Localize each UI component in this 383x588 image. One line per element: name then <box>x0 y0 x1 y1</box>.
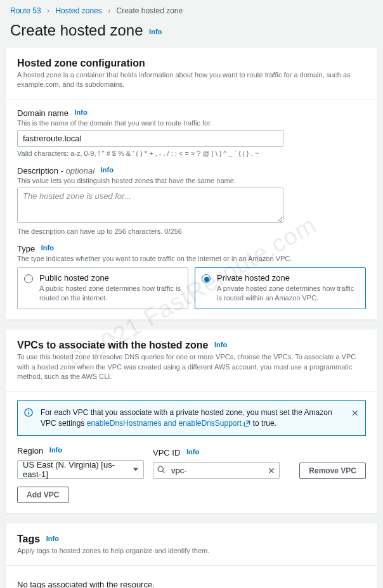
region-info-link[interactable]: Info <box>49 446 62 454</box>
breadcrumb: Route 53 › Hosted zones › Create hosted … <box>0 0 383 19</box>
description-hint: The description can have up to 256 chara… <box>17 227 366 235</box>
config-heading: Hosted zone configuration <box>17 58 366 69</box>
config-desc: A hosted zone is a container that holds … <box>17 70 366 90</box>
vpc-alert: For each VPC that you associate with a p… <box>17 400 366 437</box>
tags-empty: No tags associated with the resource. <box>17 580 366 588</box>
region-value: US East (N. Virginia) [us-east-1] <box>23 460 127 479</box>
search-icon <box>157 466 166 476</box>
radio-public-desc: A public hosted zone determines how traf… <box>39 284 181 303</box>
tags-desc: Apply tags to hosted zones to help organ… <box>17 546 366 556</box>
domain-input[interactable] <box>17 130 283 147</box>
external-link-icon <box>243 419 250 428</box>
domain-info-link[interactable]: Info <box>75 108 88 116</box>
chevron-right-icon: › <box>47 6 49 15</box>
panel-tags: Tags Info Apply tags to hosted zones to … <box>5 523 378 588</box>
page-info-link[interactable]: Info <box>149 28 162 35</box>
add-vpc-button[interactable]: Add VPC <box>17 487 68 503</box>
vpcs-info-link[interactable]: Info <box>214 341 227 348</box>
radio-icon <box>24 274 33 283</box>
tags-info-link[interactable]: Info <box>46 535 59 542</box>
radio-public[interactable]: Public hosted zone A public hosted zone … <box>17 267 188 310</box>
vpcid-label: VPC ID <box>153 448 180 457</box>
clear-icon[interactable]: ✕ <box>268 466 275 476</box>
panel-config: Hosted zone configuration A hosted zone … <box>5 47 378 320</box>
region-select[interactable]: US East (N. Virginia) [us-east-1] <box>17 460 144 479</box>
type-label: Type <box>17 244 35 253</box>
close-icon[interactable]: ✕ <box>351 407 359 419</box>
radio-private-desc: A private hosted zone determines how tra… <box>217 284 359 303</box>
description-label: Description - optional <box>17 166 94 176</box>
alert-link[interactable]: enableDnsHostnames and enableDnsSupport <box>87 419 251 428</box>
info-icon <box>24 408 33 420</box>
field-type: Type Info The type indicates whether you… <box>17 244 366 310</box>
radio-private-title: Private hosted zone <box>217 273 359 283</box>
page-title: Create hosted zone <box>10 22 143 39</box>
vpcs-heading: VPCs to associate with the hosted zone <box>17 340 208 350</box>
remove-vpc-button[interactable]: Remove VPC <box>299 463 366 479</box>
vpcid-info-link[interactable]: Info <box>186 448 199 456</box>
breadcrumb-current: Create hosted zone <box>116 6 183 15</box>
radio-icon <box>202 274 211 283</box>
domain-label: Domain name <box>17 108 68 118</box>
vpcid-input[interactable] <box>153 462 280 479</box>
field-region: Region Info US East (N. Virginia) [us-ea… <box>17 446 144 479</box>
breadcrumb-hosted-zones[interactable]: Hosted zones <box>55 6 101 15</box>
type-desc: The type indicates whether you want to r… <box>17 255 366 262</box>
field-description: Description - optional Info This value l… <box>17 166 366 235</box>
radio-public-title: Public hosted zone <box>39 273 181 283</box>
chevron-down-icon <box>133 468 138 471</box>
svg-point-3 <box>158 466 163 471</box>
tags-heading: Tags <box>17 534 40 544</box>
vpcs-desc: To use this hosted zone to resolve DNS q… <box>17 352 366 381</box>
region-label: Region <box>17 446 43 456</box>
svg-rect-2 <box>28 410 29 411</box>
svg-line-4 <box>163 471 165 473</box>
radio-private[interactable]: Private hosted zone A private hosted zon… <box>195 267 366 310</box>
type-info-link[interactable]: Info <box>41 244 54 252</box>
alert-text: For each VPC that you associate with a p… <box>41 408 332 428</box>
domain-hint: Valid characters: a-z, 0-9, ! " # $ % & … <box>17 150 366 157</box>
field-domain: Domain name Info This is the name of the… <box>17 108 366 157</box>
description-info-link[interactable]: Info <box>101 166 114 174</box>
domain-desc: This is the name of the domain that you … <box>17 119 366 127</box>
panel-vpcs: VPCs to associate with the hosted zone I… <box>5 329 378 514</box>
breadcrumb-route53[interactable]: Route 53 <box>10 6 41 15</box>
description-desc: This value lets you distinguish hosted z… <box>17 177 366 184</box>
description-textarea[interactable] <box>17 188 283 223</box>
field-vpcid: VPC ID Info ✕ <box>153 448 290 479</box>
chevron-right-icon: › <box>108 6 110 15</box>
svg-rect-1 <box>28 412 29 414</box>
